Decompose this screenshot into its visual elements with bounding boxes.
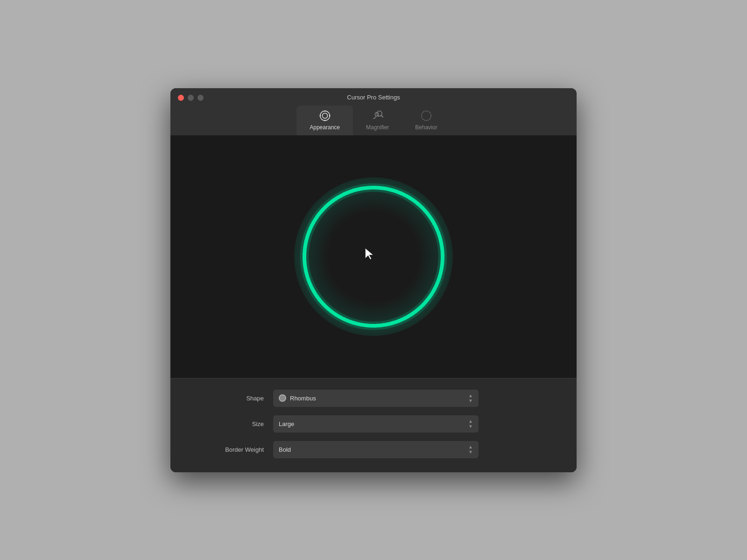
border-weight-select-content: Bold [279, 446, 291, 453]
size-stepper[interactable]: ▲ ▼ [468, 419, 473, 429]
down-arrow: ▼ [468, 424, 473, 429]
shape-setting-row: Shape Rhombus ▲ ▼ [189, 390, 558, 407]
border-weight-value: Bold [279, 446, 291, 453]
svg-point-0 [320, 111, 329, 120]
up-arrow: ▲ [468, 445, 473, 449]
tab-appearance[interactable]: Appearance [296, 105, 353, 135]
behavior-icon [420, 109, 433, 122]
shape-select[interactable]: Rhombus ▲ ▼ [273, 390, 479, 407]
shape-stepper[interactable]: ▲ ▼ [468, 393, 473, 403]
svg-line-7 [381, 115, 383, 117]
shape-select-content: Rhombus [279, 394, 316, 402]
tab-behavior-label: Behavior [415, 124, 437, 131]
border-weight-select[interactable]: Bold ▲ ▼ [273, 441, 479, 458]
up-arrow: ▲ [468, 419, 473, 424]
appearance-icon [318, 109, 331, 122]
size-select[interactable]: Large ▲ ▼ [273, 415, 479, 433]
svg-point-4 [319, 115, 321, 116]
close-button[interactable] [178, 95, 184, 101]
svg-point-3 [324, 119, 325, 121]
app-window: Cursor Pro Settings App [170, 88, 577, 472]
shape-value: Rhombus [290, 395, 316, 402]
tab-behavior[interactable]: Behavior [402, 105, 450, 135]
size-select-content: Large [279, 420, 294, 427]
cursor-arrow [364, 247, 375, 260]
up-arrow: ▲ [468, 393, 473, 398]
down-arrow: ▼ [468, 450, 473, 455]
svg-point-2 [324, 110, 325, 112]
tab-appearance-label: Appearance [310, 124, 340, 131]
down-arrow: ▼ [468, 399, 473, 403]
tab-magnifier-label: Magnifier [366, 124, 389, 131]
tab-bar: Appearance Magnifier [296, 105, 450, 135]
border-weight-stepper[interactable]: ▲ ▼ [468, 445, 473, 455]
border-weight-setting-row: Border Weight Bold ▲ ▼ [189, 441, 558, 458]
maximize-button[interactable] [197, 95, 204, 101]
settings-area: Shape Rhombus ▲ ▼ Size Large ▲ [170, 378, 577, 472]
border-weight-label: Border Weight [189, 446, 264, 453]
shape-label: Shape [189, 395, 264, 402]
svg-point-5 [329, 115, 330, 116]
minimize-button[interactable] [188, 95, 194, 101]
traffic-lights [178, 95, 204, 101]
size-setting-row: Size Large ▲ ▼ [189, 415, 558, 433]
preview-area [170, 135, 577, 378]
shape-dot-icon [279, 394, 286, 402]
size-value: Large [279, 420, 294, 427]
window-title: Cursor Pro Settings [347, 94, 400, 101]
titlebar: Cursor Pro Settings App [170, 88, 577, 135]
svg-point-8 [422, 111, 431, 120]
tab-magnifier[interactable]: Magnifier [353, 105, 402, 135]
cursor-ring-container [294, 177, 453, 336]
magnifier-icon [371, 109, 384, 122]
size-label: Size [189, 420, 264, 427]
